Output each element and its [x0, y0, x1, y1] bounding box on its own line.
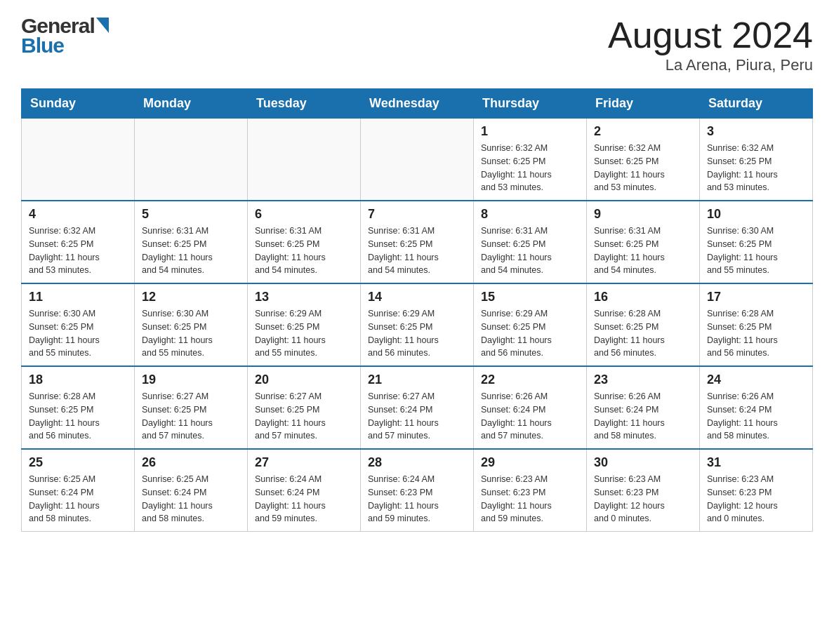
calendar-cell: 14Sunrise: 6:29 AM Sunset: 6:25 PM Dayli… — [361, 283, 474, 366]
calendar-cell: 28Sunrise: 6:24 AM Sunset: 6:23 PM Dayli… — [361, 449, 474, 532]
calendar-cell: 19Sunrise: 6:27 AM Sunset: 6:25 PM Dayli… — [135, 366, 248, 449]
day-info: Sunrise: 6:25 AM Sunset: 6:24 PM Dayligh… — [29, 473, 127, 525]
calendar-cell: 22Sunrise: 6:26 AM Sunset: 6:24 PM Dayli… — [474, 366, 587, 449]
day-number: 24 — [707, 373, 805, 387]
day-info: Sunrise: 6:28 AM Sunset: 6:25 PM Dayligh… — [29, 390, 127, 443]
calendar-table: SundayMondayTuesdayWednesdayThursdayFrid… — [21, 88, 813, 532]
day-info: Sunrise: 6:26 AM Sunset: 6:24 PM Dayligh… — [707, 390, 805, 443]
calendar-cell: 29Sunrise: 6:23 AM Sunset: 6:23 PM Dayli… — [474, 449, 587, 532]
page-title: August 2024 — [608, 14, 813, 56]
calendar-cell: 23Sunrise: 6:26 AM Sunset: 6:24 PM Dayli… — [587, 366, 700, 449]
calendar-cell: 1Sunrise: 6:32 AM Sunset: 6:25 PM Daylig… — [474, 119, 587, 201]
day-info: Sunrise: 6:28 AM Sunset: 6:25 PM Dayligh… — [707, 307, 805, 360]
calendar-cell: 6Sunrise: 6:31 AM Sunset: 6:25 PM Daylig… — [248, 201, 361, 283]
calendar-cell: 24Sunrise: 6:26 AM Sunset: 6:24 PM Dayli… — [700, 366, 813, 449]
calendar-header-thursday: Thursday — [474, 89, 587, 119]
logo-triangle-icon — [96, 18, 109, 36]
day-info: Sunrise: 6:26 AM Sunset: 6:24 PM Dayligh… — [481, 390, 579, 443]
day-number: 17 — [707, 290, 805, 304]
day-info: Sunrise: 6:30 AM Sunset: 6:25 PM Dayligh… — [142, 307, 240, 360]
day-number: 3 — [707, 124, 805, 139]
calendar-cell: 21Sunrise: 6:27 AM Sunset: 6:24 PM Dayli… — [361, 366, 474, 449]
day-info: Sunrise: 6:32 AM Sunset: 6:25 PM Dayligh… — [707, 142, 805, 194]
calendar-header-friday: Friday — [587, 89, 700, 119]
day-number: 14 — [368, 290, 466, 304]
calendar-header-wednesday: Wednesday — [361, 89, 474, 119]
day-number: 2 — [594, 124, 692, 139]
day-number: 27 — [255, 455, 353, 470]
day-number: 1 — [481, 124, 579, 139]
calendar-cell: 4Sunrise: 6:32 AM Sunset: 6:25 PM Daylig… — [22, 201, 135, 283]
calendar-cell: 12Sunrise: 6:30 AM Sunset: 6:25 PM Dayli… — [135, 283, 248, 366]
calendar-cell: 15Sunrise: 6:29 AM Sunset: 6:25 PM Dayli… — [474, 283, 587, 366]
calendar-cell: 27Sunrise: 6:24 AM Sunset: 6:24 PM Dayli… — [248, 449, 361, 532]
title-block: August 2024 La Arena, Piura, Peru — [608, 14, 813, 74]
calendar-cell: 7Sunrise: 6:31 AM Sunset: 6:25 PM Daylig… — [361, 201, 474, 283]
day-info: Sunrise: 6:32 AM Sunset: 6:25 PM Dayligh… — [594, 142, 692, 194]
calendar-header-tuesday: Tuesday — [248, 89, 361, 119]
calendar-cell: 8Sunrise: 6:31 AM Sunset: 6:25 PM Daylig… — [474, 201, 587, 283]
page-header: General Blue August 2024 La Arena, Piura… — [21, 14, 813, 74]
calendar-week-row: 4Sunrise: 6:32 AM Sunset: 6:25 PM Daylig… — [22, 201, 813, 283]
calendar-header-saturday: Saturday — [700, 89, 813, 119]
day-number: 13 — [255, 290, 353, 304]
day-info: Sunrise: 6:25 AM Sunset: 6:24 PM Dayligh… — [142, 473, 240, 525]
day-number: 26 — [142, 455, 240, 470]
calendar-cell: 16Sunrise: 6:28 AM Sunset: 6:25 PM Dayli… — [587, 283, 700, 366]
day-info: Sunrise: 6:32 AM Sunset: 6:25 PM Dayligh… — [481, 142, 579, 194]
calendar-cell — [135, 119, 248, 201]
day-info: Sunrise: 6:31 AM Sunset: 6:25 PM Dayligh… — [481, 224, 579, 277]
day-number: 7 — [368, 207, 466, 222]
calendar-cell — [361, 119, 474, 201]
day-info: Sunrise: 6:24 AM Sunset: 6:23 PM Dayligh… — [368, 473, 466, 525]
calendar-header-monday: Monday — [135, 89, 248, 119]
day-number: 22 — [481, 373, 579, 387]
day-number: 15 — [481, 290, 579, 304]
day-number: 18 — [29, 373, 127, 387]
calendar-cell: 31Sunrise: 6:23 AM Sunset: 6:23 PM Dayli… — [700, 449, 813, 532]
day-info: Sunrise: 6:29 AM Sunset: 6:25 PM Dayligh… — [255, 307, 353, 360]
logo: General Blue — [21, 14, 109, 58]
day-number: 20 — [255, 373, 353, 387]
day-info: Sunrise: 6:29 AM Sunset: 6:25 PM Dayligh… — [481, 307, 579, 360]
day-info: Sunrise: 6:26 AM Sunset: 6:24 PM Dayligh… — [594, 390, 692, 443]
calendar-cell: 11Sunrise: 6:30 AM Sunset: 6:25 PM Dayli… — [22, 283, 135, 366]
day-number: 11 — [29, 290, 127, 304]
calendar-header-sunday: Sunday — [22, 89, 135, 119]
day-number: 12 — [142, 290, 240, 304]
day-info: Sunrise: 6:29 AM Sunset: 6:25 PM Dayligh… — [368, 307, 466, 360]
day-number: 8 — [481, 207, 579, 222]
calendar-cell: 5Sunrise: 6:31 AM Sunset: 6:25 PM Daylig… — [135, 201, 248, 283]
day-number: 9 — [594, 207, 692, 222]
calendar-cell — [22, 119, 135, 201]
calendar-week-row: 18Sunrise: 6:28 AM Sunset: 6:25 PM Dayli… — [22, 366, 813, 449]
calendar-cell: 13Sunrise: 6:29 AM Sunset: 6:25 PM Dayli… — [248, 283, 361, 366]
calendar-week-row: 25Sunrise: 6:25 AM Sunset: 6:24 PM Dayli… — [22, 449, 813, 532]
day-number: 28 — [368, 455, 466, 470]
day-number: 31 — [707, 455, 805, 470]
day-number: 29 — [481, 455, 579, 470]
day-info: Sunrise: 6:27 AM Sunset: 6:24 PM Dayligh… — [368, 390, 466, 443]
calendar-cell — [248, 119, 361, 201]
day-info: Sunrise: 6:23 AM Sunset: 6:23 PM Dayligh… — [481, 473, 579, 525]
calendar-cell: 30Sunrise: 6:23 AM Sunset: 6:23 PM Dayli… — [587, 449, 700, 532]
day-info: Sunrise: 6:31 AM Sunset: 6:25 PM Dayligh… — [255, 224, 353, 277]
day-info: Sunrise: 6:28 AM Sunset: 6:25 PM Dayligh… — [594, 307, 692, 360]
day-info: Sunrise: 6:23 AM Sunset: 6:23 PM Dayligh… — [707, 473, 805, 525]
calendar-header-row: SundayMondayTuesdayWednesdayThursdayFrid… — [22, 89, 813, 119]
calendar-cell: 18Sunrise: 6:28 AM Sunset: 6:25 PM Dayli… — [22, 366, 135, 449]
day-info: Sunrise: 6:31 AM Sunset: 6:25 PM Dayligh… — [142, 224, 240, 277]
day-info: Sunrise: 6:27 AM Sunset: 6:25 PM Dayligh… — [255, 390, 353, 443]
calendar-cell: 25Sunrise: 6:25 AM Sunset: 6:24 PM Dayli… — [22, 449, 135, 532]
day-number: 10 — [707, 207, 805, 222]
calendar-cell: 2Sunrise: 6:32 AM Sunset: 6:25 PM Daylig… — [587, 119, 700, 201]
day-info: Sunrise: 6:23 AM Sunset: 6:23 PM Dayligh… — [594, 473, 692, 525]
day-number: 21 — [368, 373, 466, 387]
day-number: 16 — [594, 290, 692, 304]
day-number: 4 — [29, 207, 127, 222]
day-info: Sunrise: 6:30 AM Sunset: 6:25 PM Dayligh… — [29, 307, 127, 360]
day-info: Sunrise: 6:31 AM Sunset: 6:25 PM Dayligh… — [594, 224, 692, 277]
logo-blue-text: Blue — [21, 34, 64, 58]
day-number: 5 — [142, 207, 240, 222]
day-number: 6 — [255, 207, 353, 222]
